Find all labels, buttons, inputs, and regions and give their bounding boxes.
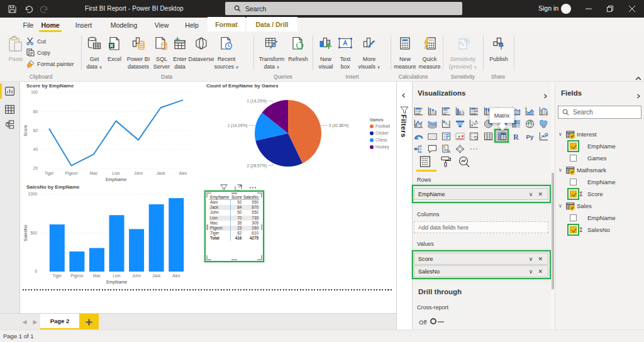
enter-data-button[interactable]: Enterdata [171, 36, 189, 70]
avatar[interactable] [561, 4, 571, 14]
field-remove-icon[interactable]: ✕ [538, 268, 543, 275]
values-field-score[interactable]: Score ∨ ✕ [414, 253, 548, 265]
decomposition-tree-icon[interactable] [413, 143, 424, 154]
recent-sources-button[interactable]: Recentsources ∨ [214, 36, 239, 71]
global-search-input[interactable]: Search [225, 2, 462, 15]
field-dropdown-icon[interactable]: ∨ [529, 268, 533, 275]
expand-filters-icon[interactable] [401, 89, 406, 101]
filled-map-icon[interactable] [538, 118, 550, 129]
cut-button[interactable]: Cut [26, 37, 46, 45]
field-remove-icon[interactable]: ✕ [538, 256, 543, 262]
funnel-chart-icon[interactable] [455, 118, 466, 129]
tab-fields[interactable] [419, 156, 435, 168]
field-dropdown-icon[interactable]: ∨ [529, 256, 533, 262]
field-checkbox[interactable] [570, 179, 577, 185]
sign-in-button[interactable]: Sign in [538, 4, 558, 12]
dataverse-button[interactable]: Dataverse [189, 36, 214, 70]
format-painter-button[interactable]: Format painter [26, 60, 74, 68]
excel-button[interactable]: Excel [104, 36, 125, 70]
report-view-icon[interactable] [5, 87, 14, 96]
menu-help[interactable]: Help [181, 18, 203, 33]
field-checkbox[interactable] [570, 143, 577, 150]
field-empname[interactable]: EmpName [555, 140, 644, 152]
bar-chart-visual[interactable]: SalesNo by EmpName 05001000TigerPigeonMa… [23, 184, 195, 289]
field-remove-icon[interactable]: ✕ [538, 191, 543, 197]
scrollbar-thumb[interactable] [552, 173, 554, 289]
new-visual-button[interactable]: Newvisual [316, 36, 336, 70]
model-view-icon[interactable] [5, 120, 14, 130]
more-options-icon[interactable] [469, 143, 480, 154]
filters-pane-title[interactable]: Filters [400, 114, 408, 138]
kpi-icon[interactable] [455, 131, 466, 141]
matrix-icon[interactable] [496, 131, 508, 141]
collapse-table-icon[interactable]: ∨ [558, 167, 565, 173]
menu-data-drill[interactable]: Data / Drill [247, 17, 297, 31]
transform-data-button[interactable]: Transformdata ∨ [257, 36, 287, 71]
prev-page-icon[interactable]: ◀ [20, 317, 29, 326]
fields-table-interest[interactable]: ∨Interest [555, 128, 644, 140]
tab-format[interactable] [439, 156, 455, 168]
restore-button[interactable] [601, 0, 619, 18]
undo-icon[interactable] [25, 5, 33, 13]
save-icon[interactable] [8, 5, 16, 13]
next-page-icon[interactable]: ▶ [31, 317, 40, 326]
qa-icon[interactable] [426, 143, 438, 154]
text-box-button[interactable]: Textbox [336, 36, 355, 70]
pbi-datasets-button[interactable]: Power BIdatasets [125, 36, 152, 70]
redo-icon[interactable] [40, 5, 48, 13]
field-checkbox[interactable] [570, 155, 577, 162]
pie-chart-visual[interactable]: Count of EmpName by Games 3 (42.86%)2 (2… [204, 82, 396, 183]
collapse-ribbon-icon[interactable] [635, 73, 644, 82]
fields-search-input[interactable]: Search [558, 106, 641, 119]
columns-empty-well[interactable]: Add data fields here [414, 221, 548, 233]
menu-home[interactable]: Home [37, 18, 64, 33]
scatter-chart-icon[interactable] [469, 118, 480, 129]
values-field-salesno[interactable]: SalesNo ∨ ✕ [414, 265, 548, 277]
menu-file[interactable]: File [17, 18, 40, 33]
page-tab[interactable]: Page 2 [40, 314, 79, 330]
new-measure-button[interactable]: Newmeasure [393, 36, 417, 70]
menu-insert[interactable]: Insert [71, 18, 96, 33]
data-view-icon[interactable] [5, 105, 14, 114]
copy-button[interactable]: Copy [26, 48, 50, 57]
menu-format[interactable]: Format [208, 17, 245, 31]
shape-map-icon[interactable] [455, 143, 466, 154]
report-canvas[interactable]: Score by EmpName 20406080100TigerPigeonM… [20, 82, 396, 313]
stacked-area-chart-icon[interactable] [525, 106, 536, 116]
menu-view[interactable]: View [150, 18, 173, 33]
matrix-visual[interactable]: EmpNameScoreSalesNoAlex92950Jack84870Joh… [204, 190, 264, 262]
field-score[interactable]: ΣScore [555, 188, 644, 200]
publish-button[interactable]: Publish [486, 36, 512, 70]
field-salesno[interactable]: ΣSalesNo [555, 224, 644, 236]
cross-report-toggle[interactable] [430, 318, 444, 326]
line-and-stacked-column-chart-icon[interactable] [538, 106, 550, 116]
table-icon[interactable] [482, 131, 494, 141]
refresh-data-button[interactable]: Refresh [287, 36, 309, 70]
r-script-icon[interactable]: R [510, 131, 521, 141]
tab-analytics[interactable] [458, 156, 474, 168]
get-data-button[interactable]: Getdata ∨ [84, 36, 104, 71]
field-checkbox[interactable] [570, 190, 577, 197]
map-icon[interactable] [525, 118, 536, 129]
minimize-button[interactable] [579, 0, 598, 18]
paste-button[interactable]: Paste [5, 36, 26, 63]
field-checkbox[interactable] [570, 226, 577, 233]
clustered-bar-chart-icon[interactable] [440, 106, 452, 116]
paginated-report-icon[interactable] [440, 143, 452, 154]
line-and-clustered-column-chart-icon[interactable] [413, 118, 424, 129]
collapse-table-icon[interactable]: ∨ [558, 203, 565, 209]
waterfall-chart-icon[interactable] [440, 118, 452, 129]
card-icon[interactable]: 123 [426, 131, 438, 141]
slicer-icon[interactable] [469, 131, 480, 141]
sensitivity-button[interactable]: Sensitivity(preview) ∨ [445, 36, 480, 71]
new-page-button[interactable] [79, 314, 99, 330]
fields-table-sales[interactable]: ∨Sales [555, 200, 644, 212]
python-script-icon[interactable]: Py [525, 131, 536, 141]
multi-row-card-icon[interactable] [440, 131, 452, 141]
more-visuals-button[interactable]: Morevisuals ∨ [355, 36, 384, 71]
collapse-fields-icon[interactable] [636, 90, 641, 101]
field-empname[interactable]: EmpName [555, 176, 644, 188]
collapse-visualizations-icon[interactable] [543, 90, 548, 101]
stacked-column-chart-icon[interactable] [426, 106, 438, 116]
clustered-column-chart-icon[interactable] [455, 106, 466, 116]
